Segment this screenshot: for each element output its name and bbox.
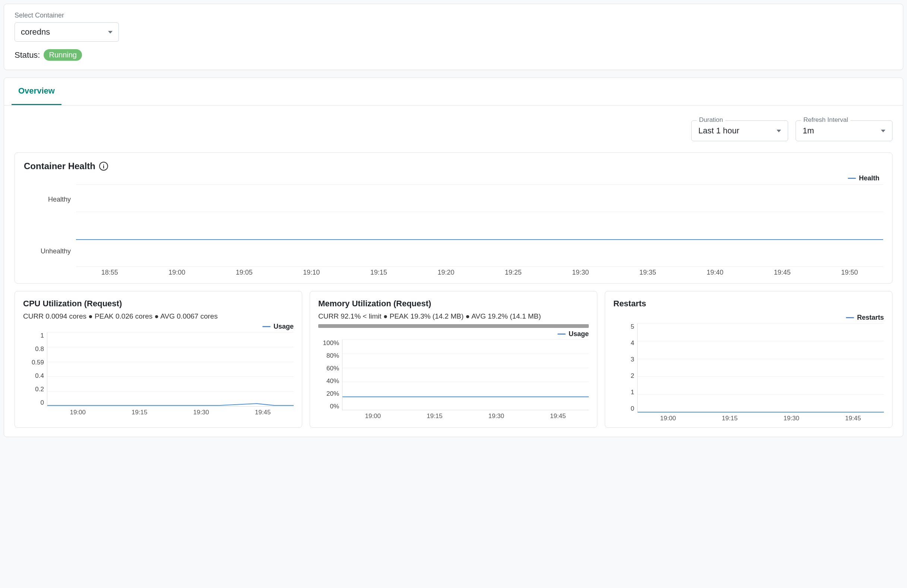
chart-title: Restarts: [613, 299, 884, 309]
y-tick: 0.2: [35, 386, 44, 393]
x-tick: 19:30: [761, 415, 822, 422]
x-tick: 19:00: [47, 409, 109, 416]
x-tick: 19:40: [681, 269, 749, 277]
x-axis: 19:00 19:15 19:30 19:45: [342, 410, 589, 420]
x-tick: 19:00: [342, 412, 404, 420]
status-label: Status:: [14, 50, 40, 60]
y-tick: 0.8: [35, 345, 44, 353]
x-tick: 19:30: [170, 409, 232, 416]
legend-swatch: [262, 326, 271, 327]
container-select-label: Select Container: [14, 11, 893, 19]
container-header-card: Select Container coredns Status: Running: [4, 4, 903, 70]
legend-label: Usage: [274, 323, 294, 330]
x-tick: 19:45: [527, 412, 589, 420]
legend-swatch: [558, 333, 566, 335]
y-tick: 0.59: [32, 359, 44, 366]
y-tick: 100%: [323, 340, 339, 347]
x-tick: 19:30: [547, 269, 614, 277]
y-tick: 4: [631, 340, 634, 347]
x-tick: 19:50: [816, 269, 883, 277]
y-axis: 5 4 3 2 1 0: [613, 323, 637, 412]
y-tick: Healthy: [48, 195, 71, 203]
plot-area: [47, 332, 294, 407]
x-tick: 19:15: [345, 269, 412, 277]
duration-value: Last 1 hour: [698, 126, 739, 136]
x-axis: 18:55 19:00 19:05 19:10 19:15 19:20 19:2…: [76, 266, 883, 277]
limit-bar: [318, 324, 589, 328]
y-tick: 60%: [327, 365, 339, 372]
x-tick: 19:25: [479, 269, 547, 277]
y-tick: 1: [631, 389, 634, 396]
x-tick: 19:00: [637, 415, 699, 422]
plot-area: [76, 184, 883, 266]
y-tick: 20%: [327, 390, 339, 397]
refresh-value: 1m: [803, 126, 814, 136]
chevron-down-icon: [108, 31, 112, 34]
refresh-label: Refresh Interval: [801, 116, 850, 124]
y-tick: 0%: [330, 403, 339, 410]
x-axis: 19:00 19:15 19:30 19:45: [47, 407, 294, 416]
legend-item: Health: [848, 175, 880, 182]
legend-label: Health: [859, 175, 880, 182]
info-icon[interactable]: i: [99, 162, 108, 171]
data-line: [343, 396, 589, 397]
cpu-utilization-chart: CPU Utilization (Request) CURR 0.0094 co…: [14, 291, 302, 428]
main-panel: Overview Duration Last 1 hour Refresh In…: [4, 77, 903, 437]
x-tick: 19:45: [822, 415, 884, 422]
refresh-select[interactable]: Refresh Interval 1m: [796, 120, 893, 141]
y-tick: 0: [41, 399, 44, 407]
memory-utilization-chart: Memory Utilization (Request) CURR 92.1% …: [310, 291, 597, 428]
legend-swatch: [846, 317, 854, 318]
x-tick: 19:45: [748, 269, 816, 277]
y-tick: 3: [631, 356, 634, 363]
container-health-chart: Container Health i Health Healthy Unheal…: [14, 152, 893, 284]
data-line: [638, 412, 884, 412]
y-tick: 0: [631, 405, 634, 412]
legend-item: Restarts: [846, 314, 884, 322]
legend-label: Restarts: [857, 314, 884, 322]
chart-title: Container Health: [24, 161, 95, 171]
chart-title: Memory Utilization (Request): [318, 299, 589, 309]
status-badge: Running: [43, 49, 82, 61]
y-tick: Unhealthy: [41, 247, 71, 255]
y-tick: 1: [41, 332, 44, 340]
tabs: Overview: [4, 78, 903, 106]
x-tick: 19:20: [412, 269, 480, 277]
legend-label: Usage: [569, 330, 589, 338]
x-tick: 19:30: [465, 412, 527, 420]
x-tick: 19:35: [614, 269, 681, 277]
y-tick: 40%: [327, 378, 339, 385]
x-tick: 19:10: [278, 269, 345, 277]
container-select-value: coredns: [21, 27, 50, 37]
plot-area: [342, 340, 589, 410]
x-tick: 19:15: [404, 412, 466, 420]
y-tick: 0.4: [35, 372, 44, 380]
x-tick: 19:45: [232, 409, 294, 416]
chart-stats: CURR 92.1% < limit ● PEAK 19.3% (14.2 MB…: [318, 312, 589, 320]
y-tick: 5: [631, 323, 634, 330]
x-tick: 19:00: [143, 269, 211, 277]
chart-title: CPU Utilization (Request): [23, 299, 294, 309]
chart-stats: CURR 0.0094 cores ● PEAK 0.026 cores ● A…: [23, 312, 294, 320]
y-tick: 80%: [327, 352, 339, 360]
time-controls: Duration Last 1 hour Refresh Interval 1m: [4, 106, 903, 149]
y-tick: 2: [631, 372, 634, 380]
x-tick: 18:55: [76, 269, 143, 277]
status-row: Status: Running: [14, 49, 893, 61]
x-tick: 19:15: [109, 409, 171, 416]
legend-item: Usage: [558, 330, 589, 338]
chevron-down-icon: [881, 130, 885, 132]
duration-label: Duration: [697, 116, 725, 124]
x-tick: 19:05: [210, 269, 278, 277]
x-axis: 19:00 19:15 19:30 19:45: [637, 412, 884, 422]
x-tick: 19:15: [699, 415, 761, 422]
duration-select[interactable]: Duration Last 1 hour: [691, 120, 788, 141]
tab-overview[interactable]: Overview: [11, 78, 61, 105]
legend-swatch: [848, 178, 856, 179]
data-line: [76, 239, 883, 240]
chevron-down-icon: [777, 130, 781, 132]
y-axis: 1 0.8 0.59 0.4 0.2 0: [23, 332, 47, 407]
legend-item: Usage: [262, 323, 294, 330]
y-axis: 100% 80% 60% 40% 20% 0%: [318, 340, 342, 410]
container-select[interactable]: coredns: [14, 22, 119, 42]
